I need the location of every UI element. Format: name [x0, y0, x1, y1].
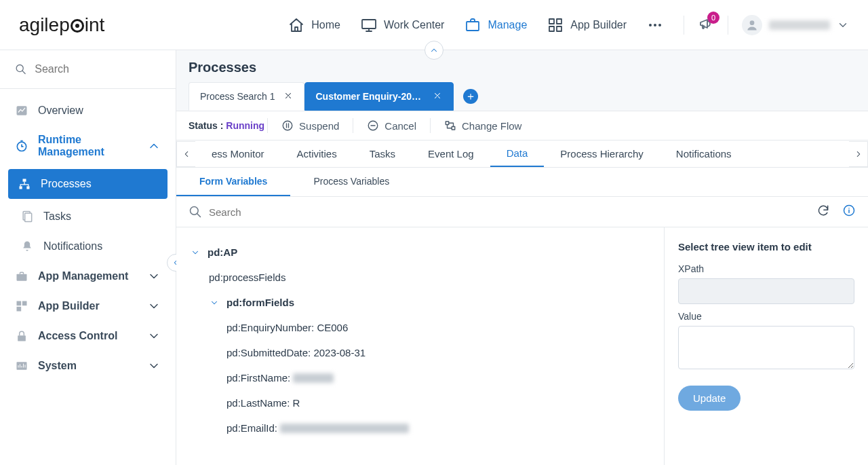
update-button[interactable]: Update — [678, 386, 741, 411]
sidebar-item-access-control[interactable]: Access Control — [0, 321, 176, 351]
collapse-header-button[interactable] — [425, 41, 443, 60]
sidebar-item-overview[interactable]: Overview — [0, 96, 176, 126]
chevron-left-icon — [182, 149, 191, 159]
xpath-label: XPath — [678, 263, 854, 274]
tree-item-submitted-date[interactable]: pd:SubmittedDate: 2023-08-31 — [190, 340, 650, 365]
clock-icon — [15, 139, 28, 153]
search-icon — [189, 205, 202, 219]
sidebar-item-processes[interactable]: Processes — [8, 169, 167, 199]
subtab-process-monitor[interactable]: ess Monitor — [195, 141, 281, 167]
svg-rect-18 — [17, 274, 27, 281]
tree-label: pd:FirstName: — [226, 372, 290, 384]
flow-icon — [444, 119, 456, 132]
stop-icon — [367, 119, 379, 132]
close-icon[interactable] — [433, 91, 442, 103]
nav-more[interactable] — [647, 17, 663, 33]
nav-home-label: Home — [311, 19, 340, 31]
tree-node-process-fields[interactable]: pd:processFields — [190, 265, 650, 290]
sidebar-item-app-management[interactable]: App Management — [0, 261, 176, 291]
svg-rect-13 — [23, 179, 26, 182]
sidebar-appbuilder-label: App Builder — [38, 300, 100, 312]
nav-app-builder[interactable]: App Builder — [547, 17, 627, 33]
tab-process-search[interactable]: Process Search 1 — [189, 82, 304, 111]
subtab-data[interactable]: Data — [490, 141, 545, 167]
nav-work-center-label: Work Center — [384, 19, 445, 31]
tab-customer-enquiry[interactable]: Customer Enquiry-2023-08… — [304, 82, 454, 111]
cancel-label: Cancel — [384, 120, 416, 132]
inner-tab-form-variables[interactable]: Form Variables — [176, 168, 290, 196]
sidebar-item-notifications[interactable]: Notifications — [0, 231, 176, 261]
tree-item-first-name[interactable]: pd:FirstName: — [190, 365, 650, 390]
sidebar-item-system[interactable]: System — [0, 351, 176, 381]
nav-work-center[interactable]: Work Center — [361, 17, 445, 33]
cancel-button[interactable]: Cancel — [356, 119, 427, 132]
chevron-down-icon — [837, 19, 849, 31]
user-menu[interactable] — [742, 15, 849, 35]
tree-node-form-fields[interactable]: pd:formFields — [190, 290, 650, 315]
change-flow-button[interactable]: Change Flow — [433, 119, 532, 132]
svg-rect-3 — [557, 19, 561, 24]
suspend-button[interactable]: Suspend — [271, 119, 350, 132]
sidebar-search-input[interactable] — [35, 63, 161, 75]
chevron-down-icon[interactable] — [209, 298, 220, 308]
sidebar-item-tasks[interactable]: Tasks — [0, 202, 176, 231]
status-label: Status : — [189, 120, 223, 131]
info-button[interactable] — [842, 204, 856, 220]
subtab-event-log[interactable]: Event Log — [412, 141, 490, 167]
refresh-button[interactable] — [816, 204, 830, 220]
sidebar-access-label: Access Control — [38, 330, 117, 342]
chevron-right-icon — [854, 149, 863, 159]
svg-rect-17 — [25, 213, 32, 222]
grid-icon — [547, 17, 564, 33]
tree-item-email[interactable]: pd:EmailId: — [190, 415, 650, 441]
svg-rect-15 — [26, 186, 29, 189]
svg-point-6 — [649, 24, 652, 26]
tree-label: pd:SubmittedDate: 2023-08-31 — [226, 347, 366, 358]
svg-rect-5 — [557, 26, 561, 31]
svg-rect-4 — [549, 26, 554, 31]
nav-home[interactable]: Home — [288, 17, 340, 33]
divider — [728, 16, 728, 35]
chevron-up-icon — [429, 45, 439, 55]
add-tab-button[interactable]: ＋ — [463, 89, 478, 104]
briefcase-icon — [465, 17, 481, 33]
svg-rect-20 — [22, 301, 27, 306]
tree-node-root[interactable]: pd:AP — [190, 240, 650, 265]
chevron-down-icon — [147, 359, 161, 373]
more-icon — [647, 17, 663, 33]
subtab-notifications[interactable]: Notifications — [660, 141, 748, 167]
value-textarea[interactable] — [678, 326, 854, 369]
inner-tab-process-variables[interactable]: Process Variables — [290, 168, 412, 196]
sidebar-processes-label: Processes — [41, 178, 92, 190]
notifications-button[interactable]: 0 — [698, 16, 714, 35]
tree-item-last-name[interactable]: pd:LastName: R — [190, 390, 650, 415]
sidebar-item-runtime[interactable]: Runtime Management — [0, 126, 176, 166]
scroll-left-button[interactable] — [176, 141, 195, 167]
svg-rect-22 — [18, 335, 26, 341]
username — [769, 20, 830, 30]
subtab-tasks[interactable]: Tasks — [353, 141, 412, 167]
chevron-up-icon — [147, 139, 161, 153]
sidebar-item-app-builder[interactable]: App Builder — [0, 291, 176, 321]
tree-item-enquiry-number[interactable]: pd:EnquiryNumber: CE006 — [190, 315, 650, 340]
sidebar-notifications-label: Notifications — [43, 240, 102, 253]
subtab-hierarchy[interactable]: Process Hierarchy — [544, 141, 660, 167]
suspend-label: Suspend — [299, 120, 339, 132]
svg-rect-0 — [362, 20, 376, 29]
avatar-icon — [742, 15, 762, 35]
scroll-right-button[interactable] — [849, 141, 868, 167]
chart-icon — [15, 104, 28, 117]
data-search-input[interactable] — [209, 206, 412, 218]
home-icon — [288, 17, 304, 33]
chevron-down-icon — [147, 329, 161, 343]
sidebar-runtime-label: Runtime Management — [38, 134, 138, 158]
nav-manage[interactable]: Manage — [465, 17, 527, 33]
redacted-value — [280, 424, 409, 433]
subtab-activities[interactable]: Activities — [281, 141, 353, 167]
chevron-down-icon[interactable] — [190, 248, 201, 257]
close-icon[interactable] — [283, 91, 293, 103]
tree-label: pd:processFields — [209, 272, 285, 283]
bell-icon — [20, 240, 34, 253]
nav-app-builder-label: App Builder — [570, 19, 627, 31]
refresh-icon — [816, 204, 830, 217]
